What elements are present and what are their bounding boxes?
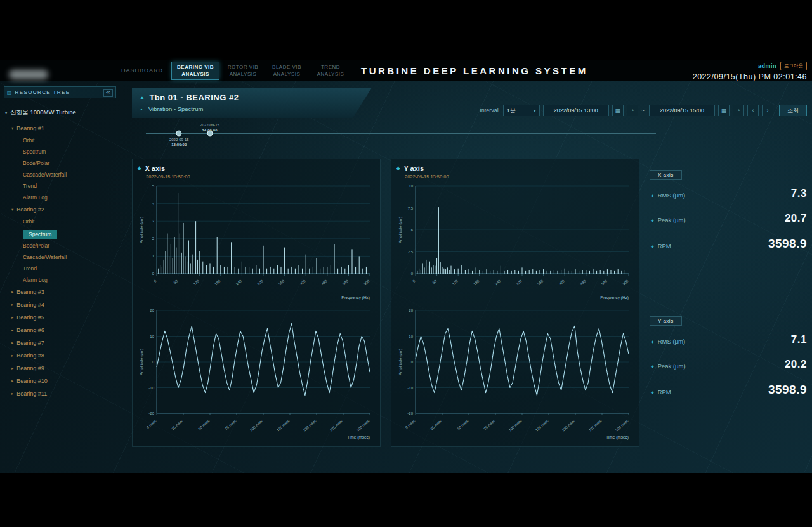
svg-text:60: 60 [431,279,437,284]
svg-text:120: 120 [452,279,459,286]
clock-icon[interactable]: ◔ [733,105,744,116]
tree-item-bearing-4[interactable]: ▸Bearing #4 [4,298,116,311]
svg-text:420: 420 [299,279,306,286]
timeline-track[interactable] [146,133,656,134]
svg-text:-10: -10 [148,386,154,390]
timeline-marker-label: 2022-09-1513:50:00 [169,137,189,147]
svg-text:4: 4 [152,202,155,206]
calendar-icon[interactable]: ▦ [612,105,624,116]
nav-tab-trend-analysis[interactable]: TREND ANALYSIS [310,62,351,79]
nav-tab-blade-vib-analysis[interactable]: BLADE VIB ANALYSIS [266,62,307,79]
tree-item-bearing-1-orbit[interactable]: Orbit [4,135,116,146]
svg-text:600: 600 [622,279,629,286]
tree-item-label: Bearing #8 [16,352,44,359]
svg-text:300: 300 [515,279,522,286]
svg-text:75 msec: 75 msec [483,418,495,430]
next-button[interactable]: › [762,105,773,116]
y-spectrum-chart: 02.557.510060120180240300360420480540600… [396,181,634,304]
tree-item-bearing-1-spectrum[interactable]: Spectrum [4,146,116,157]
svg-text:540: 540 [342,279,349,286]
expand-icon: ▸ [11,366,13,371]
expand-icon: ▸ [11,315,13,320]
timeline-marker[interactable] [176,131,182,137]
tree-item-label: Bearing #6 [16,327,44,333]
panel-y-axis: ◆Y axis2022-09-15 13:50:0002.557.5100601… [391,159,639,447]
date-from-input[interactable]: 2022/09/15 13:00 [543,105,609,116]
tree-item-bearing-9[interactable]: ▸Bearing #9 [4,362,116,375]
tree-item-bearing-2-cascade-waterfall[interactable]: Cascade/Waterfall [4,251,116,263]
tree-item-bearing-1-alarm-log[interactable]: Alarm Log [4,192,116,203]
page-title: Tbn 01 - BEARING #2 [149,93,239,102]
tree-item-bearing-1-trend[interactable]: Trend [4,180,116,192]
nav-tab-rotor-vib-analysis[interactable]: ROTOR VIB ANALYSIS [223,62,263,79]
tree-root-turbine[interactable]: ▾신한울 1000MW Turbine [4,106,116,122]
x-stat-row-peak-m: ◆Peak (μm)20.7 [650,204,808,229]
tree-item-bearing-8[interactable]: ▸Bearing #8 [4,349,116,362]
prev-button[interactable]: ‹ [747,105,759,116]
top-right-cluster: admin 로그아웃 2022/09/15(Thu) PM 02:01:46 [693,62,807,81]
tree-item-label: Bearing #2 [16,206,44,213]
svg-text:Amplitude (μm): Amplitude (μm) [398,217,402,243]
tree-item-bearing-7[interactable]: ▸Bearing #7 [4,337,116,349]
tree-item-bearing-5[interactable]: ▸Bearing #5 [4,311,116,324]
svg-text:175 msec: 175 msec [329,418,344,432]
calendar-icon[interactable]: ▦ [718,105,730,116]
svg-text:Amplitude (μm): Amplitude (μm) [139,217,143,243]
x-waveform-chart: -20-10010200 msec25 msec50 msec75 msec10… [138,305,375,444]
svg-text:150 msec: 150 msec [303,418,317,432]
svg-text:150 msec: 150 msec [561,418,576,432]
svg-text:Frequency (Hz): Frequency (Hz) [600,295,629,300]
svg-text:0: 0 [152,360,155,364]
tree-item-bearing-10[interactable]: ▸Bearing #10 [4,375,116,387]
svg-text:180: 180 [473,279,480,286]
tree-item-bearing-1-cascade-waterfall[interactable]: Cascade/Waterfall [4,169,116,180]
collapse-icon: ▾ [5,110,7,116]
collapse-sidebar-button[interactable]: ≪ [103,89,113,97]
tree-item-bearing-2-trend[interactable]: Trend [4,263,116,274]
svg-text:480: 480 [320,279,327,286]
tree-item-bearing-2-bode-polar[interactable]: Bode/Polar [4,240,116,251]
svg-text:0: 0 [153,279,157,283]
timeline-slider[interactable]: 2022-09-1513:50:002022-09-1514:00:00 [132,124,808,150]
tree-item-bearing-1[interactable]: ▾Bearing #1 [4,122,116,135]
nav-tab-dashboard[interactable]: DASHBOARD [116,67,168,75]
svg-text:2.5: 2.5 [408,250,414,254]
tree-item-bearing-2[interactable]: ▾Bearing #2 [4,203,116,216]
svg-text:0: 0 [411,272,414,276]
expand-icon: ▸ [11,328,13,333]
marker-time: 14:00:00 [200,128,219,133]
tree-item-bearing-2-spectrum[interactable]: Spectrum [23,230,57,239]
y-stat-row-rms-m: ◆RMS (μm)7.1 [650,326,808,350]
svg-text:60: 60 [173,279,178,284]
tree-item-bearing-6[interactable]: ▸Bearing #6 [4,324,116,337]
svg-text:540: 540 [601,279,608,286]
page-subtitle: Vibration - Spectrum [148,105,203,112]
svg-text:0 msec: 0 msec [146,418,157,429]
nav-tab-bearing-vib-analysis[interactable]: BEARING VIB ANALYSIS [171,62,219,80]
svg-text:300: 300 [256,279,263,286]
logout-button[interactable]: 로그아웃 [780,62,807,70]
tree-item-bearing-3[interactable]: ▸Bearing #3 [4,286,116,298]
svg-text:420: 420 [558,279,565,286]
interval-select[interactable]: 1분 ▾ [503,105,540,116]
svg-text:7.5: 7.5 [408,206,414,210]
resource-tree: ▾신한울 1000MW Turbine▾Bearing #1OrbitSpect… [4,106,116,400]
chevron-down-icon: ▾ [534,108,536,114]
stat-value: 3598.9 [768,383,807,397]
date-to-input[interactable]: 2022/09/15 15:00 [649,105,715,116]
tree-item-bearing-2-alarm-log[interactable]: Alarm Log [4,274,116,286]
svg-text:120: 120 [193,279,200,286]
tree-item-bearing-1-bode-polar[interactable]: Bode/Polar [4,157,116,169]
search-button[interactable]: 조회 [779,105,807,116]
query-controls: Interval 1분 ▾ 2022/09/15 13:00 ▦ ◔ ~ 202… [480,105,807,116]
clock-icon[interactable]: ◔ [627,105,638,116]
svg-text:600: 600 [363,279,370,286]
tree-item-bearing-2-orbit[interactable]: Orbit [4,216,116,227]
sidebar-header: ▤ RESOURCE TREE ≪ [4,86,116,98]
tree-root-label: 신한울 1000MW Turbine [10,109,75,117]
x-axis-stats: X axis◆RMS (μm)7.3◆Peak (μm)20.7◆RPM3598… [650,168,808,255]
sidebar: ▤ RESOURCE TREE ≪ ▾신한울 1000MW Turbine▾Be… [4,86,116,400]
y-waveform-chart: -20-10010200 msec25 msec50 msec75 msec10… [396,305,634,444]
tree-item-bearing-11[interactable]: ▸Bearing #11 [4,387,116,400]
bullet-icon: ◆ [651,244,654,248]
